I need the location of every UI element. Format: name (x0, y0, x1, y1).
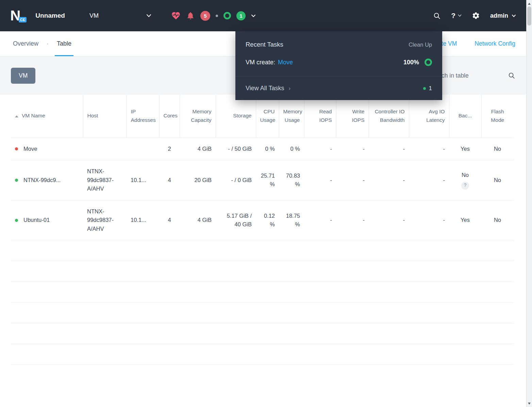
scroll-up-arrow[interactable] (527, 1, 532, 6)
table-row-empty (11, 344, 514, 365)
alerts-count-badge[interactable]: 5 (200, 11, 210, 21)
memory-usage-cell: 70.83 % (279, 160, 304, 200)
help-chevron-down-icon (458, 14, 462, 17)
separator-dot (216, 15, 218, 17)
tab-overview[interactable]: Overview (11, 31, 40, 56)
nutanix-logo[interactable]: N CE (10, 7, 20, 24)
sort-ascending-icon[interactable] (15, 115, 18, 117)
controller-io-bandwidth-cell: - (369, 160, 409, 200)
status-dot-green (15, 179, 18, 182)
view-all-tasks-link[interactable]: View All Tasks › (246, 85, 290, 92)
vertical-scrollbar[interactable] (526, 0, 532, 407)
task-progress: 100% (403, 59, 419, 66)
vm-name-link[interactable]: NTNX-99dc9... (23, 176, 61, 185)
table-row-empty (11, 261, 514, 282)
tasks-count-badge[interactable]: 1 (236, 11, 246, 20)
task-complete-ring-icon (425, 59, 432, 66)
help-menu[interactable]: ? (451, 12, 462, 20)
cores-cell: 4 (159, 200, 180, 240)
column-header-memory-capacity[interactable]: Memory Capacity (180, 95, 216, 137)
write-iops-cell: - (336, 137, 369, 160)
vm-name-link[interactable]: Ubuntu-01 (23, 216, 50, 225)
read-iops-cell: - (304, 160, 336, 200)
tasks-progress-ring-icon[interactable] (223, 12, 231, 19)
column-header-flash-mode[interactable]: Flash Mode (481, 95, 514, 137)
table-row-empty (11, 240, 514, 261)
green-dot-icon (423, 87, 426, 90)
status-dot-red (15, 147, 18, 150)
table-row[interactable]: Ubuntu-01 NTNX-99dc9837-A/AHV 10.1... 4 … (11, 200, 514, 240)
cpu-usage-cell: 0.12 % (256, 200, 279, 240)
cluster-name: Unnamed (35, 12, 65, 19)
cpu-usage-cell: 25.71 % (256, 160, 279, 200)
header-status-icons: 5 1 (171, 11, 256, 21)
community-edition-badge: CE (19, 17, 27, 22)
health-heart-icon[interactable] (171, 11, 181, 20)
alerts-bell-icon[interactable] (186, 11, 195, 20)
gear-icon[interactable] (472, 12, 480, 20)
table-search-icon[interactable] (508, 72, 515, 79)
backup-cell: Yes (449, 137, 481, 160)
column-header-vm-name[interactable]: VM Name (11, 95, 83, 137)
column-header-controller-io-bandwidth[interactable]: Controller IO Bandwidth (369, 95, 409, 137)
backup-cell: No ? (449, 160, 481, 200)
question-mark-icon[interactable]: ? (461, 182, 469, 190)
avg-io-latency-cell: - (409, 200, 449, 240)
vm-name-link[interactable]: Move (23, 145, 37, 153)
cpu-usage-cell: 0 % (256, 137, 279, 160)
header-right-controls: ? admin (433, 12, 516, 20)
memory-usage-cell: 0 % (279, 137, 304, 160)
tab-separator-dot: · (47, 40, 49, 47)
tasks-chevron-down-icon[interactable] (251, 14, 256, 17)
network-config-link[interactable]: Network Config (475, 40, 515, 47)
entity-type-dropdown[interactable]: VM (89, 12, 151, 19)
table-row-empty (11, 303, 514, 323)
entity-type-label: VM (89, 12, 99, 19)
table-row-empty (11, 323, 514, 344)
table-row-empty (11, 282, 514, 303)
chevron-right-icon: › (288, 85, 290, 92)
clean-up-button[interactable]: Clean Up (409, 42, 432, 48)
search-icon[interactable] (433, 12, 441, 20)
help-label: ? (451, 12, 455, 20)
host-cell: NTNX-99dc9837-A/AHV (83, 200, 127, 240)
storage-cell: - / 50 GiB (216, 137, 256, 160)
user-chevron-down-icon (512, 14, 516, 17)
column-header-write-iops[interactable]: Write IOPS (336, 95, 369, 137)
storage-cell: 5.17 GiB / 40 GiB (216, 200, 256, 240)
memory-capacity-cell: 4 GiB (180, 200, 216, 240)
table-row-empty (11, 365, 514, 386)
read-iops-cell: - (304, 137, 336, 160)
ip-cell: 10.1... (127, 160, 159, 200)
avg-io-latency-cell: - (409, 137, 449, 160)
tasks-unread-count: 1 (423, 85, 432, 92)
column-header-backup[interactable]: Bac... (449, 95, 481, 137)
memory-usage-cell: 18.75 % (279, 200, 304, 240)
column-header-storage[interactable]: Storage (216, 95, 256, 137)
column-header-cores[interactable]: Cores (159, 95, 180, 137)
flash-mode-cell: No (481, 200, 514, 240)
column-header-cpu-usage[interactable]: CPU Usage (256, 95, 279, 137)
user-menu[interactable]: admin (490, 12, 516, 19)
flash-mode-cell: No (481, 160, 514, 200)
column-header-memory-usage[interactable]: Memory Usage (279, 95, 304, 137)
recent-tasks-panel: Recent Tasks Clean Up VM create: Move 10… (235, 31, 442, 100)
column-header-ip-addresses[interactable]: IP Addresses (127, 95, 159, 137)
table-row[interactable]: Move 2 4 GiB - / 50 GiB 0 % 0 % - - - - … (11, 137, 514, 160)
vm-filter-button[interactable]: VM (11, 68, 35, 84)
cores-cell: 4 (159, 160, 180, 200)
table-row[interactable]: NTNX-99dc9... NTNX-99dc9837-A/AHV 10.1..… (11, 160, 514, 200)
cores-cell: 2 (159, 137, 180, 160)
scrollbar-thumb[interactable] (527, 6, 531, 26)
column-header-avg-io-latency[interactable]: Avg IO Latency (409, 95, 449, 137)
task-item[interactable]: VM create: Move 100% (235, 54, 442, 76)
tab-table[interactable]: Table (55, 31, 73, 56)
scroll-down-arrow[interactable] (527, 401, 532, 406)
task-entity-link[interactable]: Move (278, 59, 293, 66)
status-dot-green (15, 219, 18, 222)
top-header-bar: N CE Unnamed VM 5 1 (0, 0, 526, 31)
avg-io-latency-cell: - (409, 160, 449, 200)
column-header-read-iops[interactable]: Read IOPS (304, 95, 336, 137)
column-header-host[interactable]: Host (83, 95, 127, 137)
ip-cell: 10.1... (127, 200, 159, 240)
